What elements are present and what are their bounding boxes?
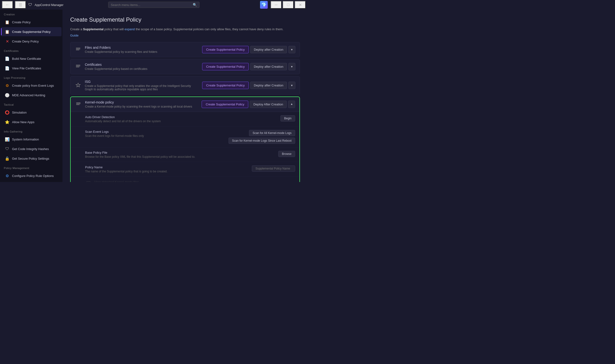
page-title: Create Supplemental Policy: [70, 16, 300, 23]
card-files-folders: Files and Folders Create Supplemental po…: [70, 42, 300, 57]
system-info-icon: 📊: [5, 137, 10, 142]
restore-button[interactable]: □: [283, 1, 294, 9]
sidebar-item-configure-rules[interactable]: ⚙ Configure Policy Rule Options: [1, 171, 62, 180]
isg-desc: Create a Supplemental policy that only e…: [85, 84, 199, 91]
code-integrity-icon: 🛡: [5, 146, 10, 151]
create-deny-icon: ✕: [5, 39, 10, 44]
sidebar-item-create-policy[interactable]: 📋 Create Policy: [1, 17, 62, 27]
scan-event-actions: Scan for All Kernel-mode Logs Scan for K…: [229, 130, 295, 144]
sidebar-item-create-deny-policy[interactable]: ✕ Create Deny Policy: [1, 37, 62, 46]
certificates-title: Certificates: [85, 63, 199, 66]
back-button[interactable]: ←: [2, 1, 13, 9]
view-detected-icon: [85, 180, 92, 182]
bold-text: Supplemental: [83, 27, 103, 31]
create-policy-icon: 📋: [5, 20, 10, 25]
expand-link[interactable]: expand: [124, 27, 135, 31]
files-folders-create-btn[interactable]: Create Supplemental Policy: [202, 46, 249, 53]
back-icon: ←: [6, 3, 9, 7]
svg-rect-4: [76, 66, 80, 66]
certificates-create-btn[interactable]: Create Supplemental Policy: [202, 63, 249, 70]
sub-row-base-policy: Base Policy File Browse for the Base pol…: [71, 147, 300, 162]
card-isg: ISG Create a Supplemental policy that on…: [70, 76, 300, 95]
sidebar-item-mde-hunting[interactable]: ⚪ MDE Advanced Hunting: [1, 91, 62, 100]
sidebar-item-secure-settings[interactable]: 🔒 Get Secure Policy Settings: [1, 154, 62, 163]
minimize-button[interactable]: ─: [271, 1, 282, 9]
scan-event-info: Scan Event Logs Scan the event logs for …: [85, 130, 229, 138]
isg-title: ISG: [85, 80, 199, 84]
isg-create-btn[interactable]: Create Supplemental Policy: [202, 82, 249, 89]
files-folders-chevron-btn[interactable]: ▾: [288, 46, 295, 53]
page-description: Create a Supplemental policy that will e…: [70, 27, 300, 32]
sidebar-item-system-info[interactable]: 📊 System Information: [1, 135, 62, 144]
policy-name-desc: The name of the Supplemental policy that…: [85, 170, 252, 173]
sidebar-item-code-integrity[interactable]: 🛡 Get Code Integrity Hashes: [1, 144, 62, 154]
sidebar-item-label: Get Secure Policy Settings: [12, 157, 49, 160]
svg-rect-9: [86, 182, 90, 182]
kernel-mode-title: Kernel-mode policy: [85, 100, 198, 104]
sidebar-item-allow-new-apps[interactable]: ⭐ Allow New Apps: [1, 117, 62, 127]
svg-rect-2: [76, 50, 79, 50]
sub-row-view-detected[interactable]: View detected Kernel-mode files View the…: [71, 177, 300, 182]
allow-apps-icon: ⭐: [5, 119, 10, 124]
create-supplemental-icon: 📋: [5, 29, 10, 34]
sidebar-item-label: Allow New Apps: [12, 120, 34, 124]
kernel-mode-actions: Create Supplemental Policy Deploy After …: [202, 101, 295, 108]
menu-button[interactable]: ☰: [15, 1, 26, 9]
certificates-dropdown-btn[interactable]: Deploy after Creation: [250, 63, 287, 70]
isg-card-icon: [75, 82, 82, 89]
certificates-chevron-btn[interactable]: ▾: [288, 63, 295, 70]
sidebar-item-simulation[interactable]: ⭕ Simulation: [1, 108, 62, 117]
isg-chevron-btn[interactable]: ▾: [288, 82, 295, 89]
sub-row-policy-name: Policy Name The name of the Supplemental…: [71, 162, 300, 177]
svg-rect-1: [76, 49, 80, 49]
mde-icon: ⚪: [5, 93, 10, 97]
begin-button[interactable]: Begin: [280, 115, 295, 121]
guide-link[interactable]: Guide: [70, 34, 79, 37]
sidebar-item-label: Create Policy: [12, 20, 30, 24]
sidebar-item-create-policy-event-logs[interactable]: ⚙ Create policy from Event Logs: [1, 81, 62, 90]
close-button[interactable]: ✕: [295, 1, 306, 9]
sidebar-item-label: Create policy from Event Logs: [12, 84, 54, 87]
auto-driver-actions: Begin: [280, 115, 295, 121]
scan-all-btn[interactable]: Scan for All Kernel-mode Logs: [249, 130, 295, 136]
sidebar-item-label: Configure Policy Rule Options: [12, 174, 54, 178]
browse-button[interactable]: Browse: [278, 151, 295, 157]
sidebar: Creation 📋 Create Policy 📋 Create Supple…: [0, 10, 63, 182]
files-folders-dropdown-btn[interactable]: Deploy after Creation: [250, 46, 287, 53]
scan-event-title: Scan Event Logs: [85, 130, 229, 133]
files-folders-info: Files and Folders Create Supplemental po…: [85, 46, 199, 53]
view-detected-chevron: ›: [292, 180, 295, 182]
kernel-mode-chevron-btn[interactable]: ▾: [288, 101, 295, 108]
policy-name-actions: [252, 165, 295, 172]
avatar: 💎: [260, 1, 268, 9]
content-area: Create Supplemental Policy Create a Supp…: [63, 10, 308, 182]
sidebar-item-label: Get Code Integrity Hashes: [12, 147, 49, 151]
isg-dropdown-btn[interactable]: Deploy after Creation: [250, 82, 287, 89]
policy-name-input[interactable]: [252, 165, 295, 172]
search-bar[interactable]: 🔍: [108, 2, 199, 8]
build-certificate-icon: 📄: [5, 56, 10, 61]
svg-rect-8: [76, 104, 80, 105]
scan-since-reboot-btn[interactable]: Scan for Kernel-mode Logs Since Last Reb…: [229, 138, 295, 144]
auto-driver-title: Auto Driver Detection: [85, 115, 280, 119]
isg-actions: Create Supplemental Policy Deploy after …: [202, 82, 295, 89]
search-input[interactable]: [111, 3, 191, 7]
base-policy-actions: Browse: [278, 151, 295, 157]
sidebar-item-merge-policies[interactable]: 📋 Merge App Control Policies: [1, 181, 62, 182]
sidebar-item-build-certificate[interactable]: 📄 Build New Certificate: [1, 54, 62, 63]
svg-rect-6: [76, 103, 81, 103]
auto-driver-info: Auto Driver Detection Automatically dete…: [85, 115, 280, 123]
card-certificates: Certificates Create Supplemental policy …: [70, 59, 300, 74]
secure-settings-icon: 🔒: [5, 156, 10, 161]
kernel-mode-create-btn[interactable]: Create Supplemental Policy: [202, 101, 248, 108]
simulation-icon: ⭕: [5, 110, 10, 115]
kernel-mode-desc: Create a Kernel-mode policy by scanning …: [85, 105, 198, 108]
sub-row-scan-event-logs: Scan Event Logs Scan the event logs for …: [71, 127, 300, 147]
minimize-icon: ─: [275, 3, 277, 7]
files-folders-actions: Create Supplemental Policy Deploy after …: [202, 46, 295, 53]
sidebar-item-create-supplemental-policy[interactable]: 📋 Create Supplemental Policy: [1, 27, 62, 36]
sidebar-section-logs: Logs Processing: [0, 73, 63, 81]
sidebar-item-label: System Information: [12, 138, 39, 141]
kernel-mode-dropdown-btn[interactable]: Deploy After Creation: [250, 101, 287, 108]
sidebar-item-view-certificates[interactable]: 📄 View File Certificates: [1, 64, 62, 73]
